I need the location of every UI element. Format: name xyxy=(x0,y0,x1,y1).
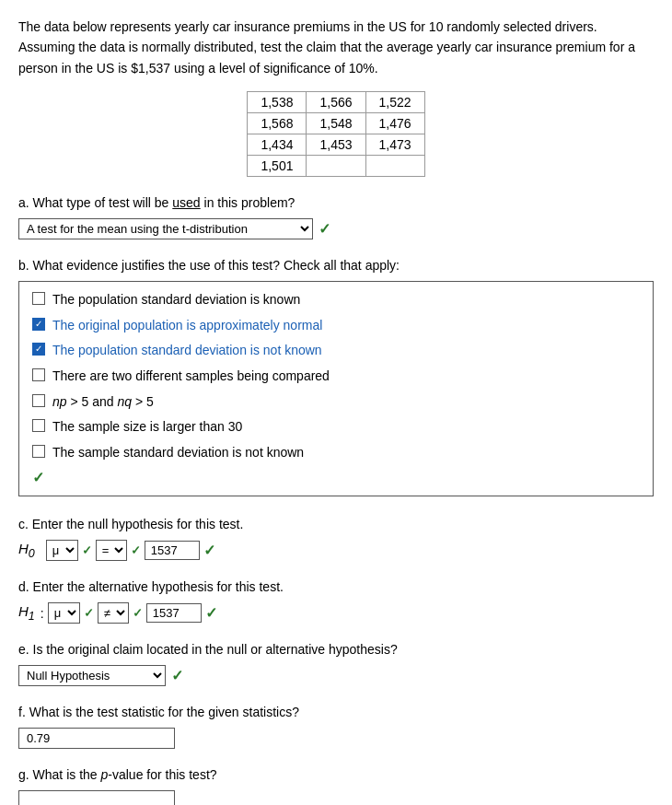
h1-neq-check: ✓ xyxy=(133,606,143,620)
p-value-input[interactable] xyxy=(18,790,175,805)
checkbox-cb7[interactable] xyxy=(32,445,45,458)
h0-eq-check: ✓ xyxy=(131,543,141,557)
h0-eq-select[interactable]: =≠<>≤≥ xyxy=(96,540,127,561)
part-g-label: g. What is the p-value for this test? xyxy=(18,765,654,785)
test-statistic-input[interactable] xyxy=(18,728,175,749)
table-cell: 1,473 xyxy=(365,134,424,156)
part-b-checkboxes: The population standard deviation is kno… xyxy=(18,281,654,496)
table-cell xyxy=(365,156,424,177)
table-cell xyxy=(307,156,365,177)
table-cell: 1,548 xyxy=(307,113,365,134)
part-e-check: ✓ xyxy=(171,667,183,684)
part-e-select[interactable]: Null Hypothesis Alternative Hypothesis xyxy=(18,665,166,686)
part-e-label: e. Is the original claim located in the … xyxy=(18,640,654,659)
part-f: f. What is the test statistic for the gi… xyxy=(18,703,654,749)
checkbox-label: The sample standard deviation is not kno… xyxy=(52,444,304,462)
h0-mu-select[interactable]: μpσ xyxy=(46,540,78,561)
checkbox-row[interactable]: The population standard deviation is kno… xyxy=(32,291,640,309)
h0-mu-check: ✓ xyxy=(82,543,92,557)
checkbox-cb1[interactable] xyxy=(32,292,45,305)
h0-val-check: ✓ xyxy=(203,542,215,559)
table-cell: 1,566 xyxy=(307,92,365,113)
part-d: d. Enter the alternative hypothesis for … xyxy=(18,578,654,624)
part-g: g. What is the p-value for this test? xyxy=(18,765,654,805)
h0-value-input[interactable] xyxy=(145,541,200,560)
checkbox-row[interactable]: np > 5 and nq > 5 xyxy=(32,393,640,412)
part-a-label: a. What type of test will be used in thi… xyxy=(18,193,654,213)
part-b: b. What evidence justifies the use of th… xyxy=(18,256,654,496)
checkbox-row[interactable]: There are two different samples being co… xyxy=(32,368,640,386)
part-a-check: ✓ xyxy=(319,220,330,238)
part-d-label: d. Enter the alternative hypothesis for … xyxy=(18,578,654,597)
checkbox-label: There are two different samples being co… xyxy=(52,368,330,386)
part-a-select[interactable]: A test for the mean using the t-distribu… xyxy=(18,218,313,239)
h1-label: H1 xyxy=(18,603,35,623)
h0-label: H0 xyxy=(18,541,35,560)
part-f-label: f. What is the test statistic for the gi… xyxy=(18,703,654,722)
part-e: e. Is the original claim located in the … xyxy=(18,640,654,686)
checkbox-row[interactable]: The original population is approximately… xyxy=(32,317,640,335)
h1-neq-select[interactable]: ≠=<>≤≥ xyxy=(98,602,129,624)
table-cell: 1,501 xyxy=(248,156,307,177)
h1-colon: : xyxy=(41,606,44,621)
part-c: c. Enter the null hypothesis for this te… xyxy=(18,515,654,561)
checkbox-cb3[interactable] xyxy=(32,343,45,356)
table-cell: 1,453 xyxy=(307,134,365,156)
checkbox-row[interactable]: The sample standard deviation is not kno… xyxy=(32,444,640,462)
checkbox-label: The original population is approximately… xyxy=(52,317,322,335)
checkbox-label: The population standard deviation is not… xyxy=(52,342,322,360)
checkbox-cb5[interactable] xyxy=(32,394,45,407)
h1-val-check: ✓ xyxy=(205,604,217,622)
table-cell: 1,434 xyxy=(248,134,307,156)
checkbox-row[interactable]: The population standard deviation is not… xyxy=(32,342,640,360)
checkbox-row[interactable]: The sample size is larger than 30 xyxy=(32,418,640,437)
checkbox-cb2[interactable] xyxy=(32,318,45,331)
h1-value-input[interactable] xyxy=(146,603,202,623)
table-cell: 1,568 xyxy=(248,113,307,134)
part-b-label: b. What evidence justifies the use of th… xyxy=(18,256,654,275)
table-cell: 1,522 xyxy=(365,92,424,113)
table-cell: 1,476 xyxy=(365,113,424,134)
table-cell: 1,538 xyxy=(248,92,307,113)
intro-text: The data below represents yearly car ins… xyxy=(18,17,654,78)
checkbox-cb6[interactable] xyxy=(32,419,45,432)
part-a: a. What type of test will be used in thi… xyxy=(18,193,654,239)
part-c-label: c. Enter the null hypothesis for this te… xyxy=(18,515,654,534)
checkbox-cb4[interactable] xyxy=(32,368,45,381)
data-table: 1,5381,5661,5221,5681,5481,4761,4341,453… xyxy=(247,91,424,177)
checkbox-label: The sample size is larger than 30 xyxy=(52,418,242,437)
h1-mu-check: ✓ xyxy=(84,606,94,620)
h1-mu-select[interactable]: μpσ xyxy=(48,602,80,624)
checkbox-label: The population standard deviation is kno… xyxy=(52,291,300,309)
checkbox-label: np > 5 and nq > 5 xyxy=(52,393,154,412)
part-b-check: ✓ xyxy=(32,470,44,485)
